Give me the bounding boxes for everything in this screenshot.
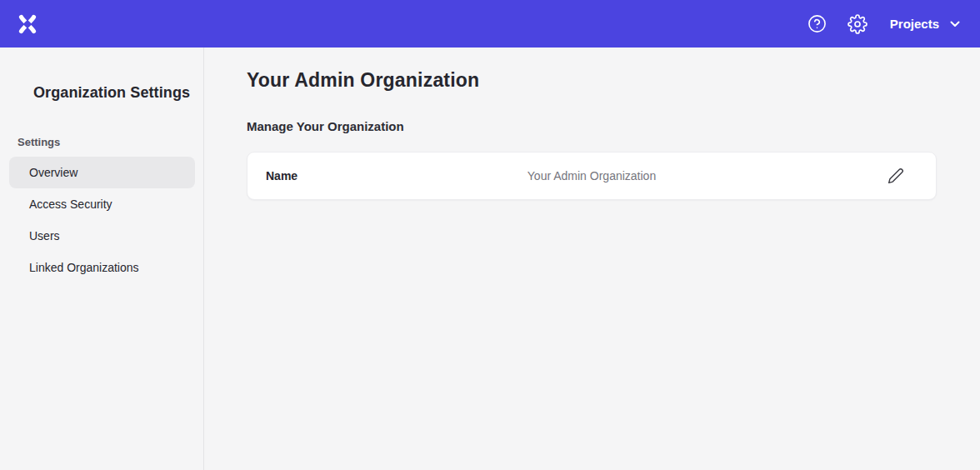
projects-dropdown[interactable]: Projects <box>890 17 960 31</box>
sidebar-item-access-security[interactable]: Access Security <box>9 188 195 220</box>
sidebar-item-label: Users <box>29 229 60 242</box>
sidebar-item-label: Access Security <box>29 198 112 211</box>
organization-name-value: Your Admin Organization <box>528 169 656 182</box>
chevron-down-icon <box>950 21 960 28</box>
sidebar-item-linked-organizations[interactable]: Linked Organizations <box>9 252 195 283</box>
gear-icon <box>848 14 868 34</box>
settings-button[interactable] <box>842 8 873 40</box>
section-title: Manage Your Organization <box>247 119 937 133</box>
sidebar-nav: Overview Access Security Users Linked Or… <box>0 157 203 283</box>
help-circle-icon <box>808 14 827 33</box>
sidebar-item-users[interactable]: Users <box>9 220 195 252</box>
topbar-actions: Projects <box>802 8 960 40</box>
top-navigation-bar: Projects <box>0 0 980 48</box>
sidebar-item-label: Linked Organizations <box>29 261 139 274</box>
sidebar-section-label: Settings <box>18 136 203 148</box>
edit-name-button[interactable] <box>881 161 911 191</box>
projects-dropdown-label: Projects <box>890 17 939 31</box>
sidebar-title: Organization Settings <box>33 84 203 102</box>
pencil-edit-icon <box>888 168 904 184</box>
help-button[interactable] <box>802 8 833 40</box>
settings-sidebar: Organization Settings Settings Overview … <box>0 48 204 470</box>
app-logo[interactable] <box>17 13 38 35</box>
name-field-label: Name <box>266 169 298 182</box>
main-content: Your Admin Organization Manage Your Orga… <box>204 48 980 470</box>
x-logo-icon <box>17 13 38 35</box>
sidebar-item-label: Overview <box>29 166 78 179</box>
sidebar-item-overview[interactable]: Overview <box>9 157 195 188</box>
page-title: Your Admin Organization <box>247 69 937 92</box>
organization-name-card: Name Your Admin Organization <box>247 152 937 200</box>
content-shell: Organization Settings Settings Overview … <box>0 48 980 470</box>
